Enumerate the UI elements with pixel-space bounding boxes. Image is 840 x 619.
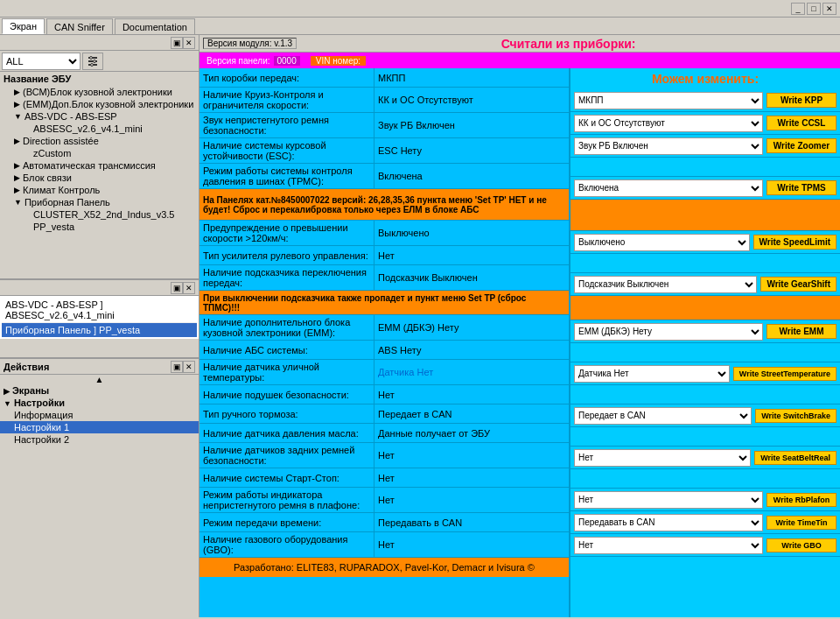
btn-tpms[interactable]: Write TPMS: [766, 180, 836, 195]
dropdown-ccsl[interactable]: КК и ОС Отсутствуют: [574, 115, 763, 132]
label-street-temp: Наличие датчика уличной температуры:: [200, 360, 374, 384]
vin-label: VIN номер:: [311, 56, 366, 66]
write-row-speedlimit: Выключено Write SpeedLimit: [570, 231, 840, 254]
value-gearshift: Подсказчик Выключен: [374, 265, 569, 290]
label-emm-block: Наличие дополнительного блока кузовной э…: [200, 315, 374, 340]
btn-rbplafon[interactable]: Write RbPlafon: [766, 493, 836, 507]
actions-item-info[interactable]: Информация: [0, 409, 199, 421]
write-row-switchbrake: Передает в CAN Write SwitchBrake: [570, 404, 840, 427]
row-belt-light: Режим работы индикатора непристегнутого …: [200, 488, 569, 513]
module-version: Версия модуля: v.1.3: [203, 38, 297, 49]
dropdown-seatbeltreal[interactable]: Нет: [574, 449, 751, 467]
tree-item-bcm[interactable]: ▶ (ВСМ)Блок кузовной электроники: [0, 86, 199, 98]
actions-section-screens: ▶Экраны: [0, 384, 199, 397]
panel-close-btn2[interactable]: ✕: [183, 282, 195, 294]
row-street-temp: Наличие датчика уличной температуры: Дат…: [200, 360, 569, 385]
label-esc: Наличие системы курсовой устойчивости (E…: [200, 138, 374, 163]
dropdown-emm[interactable]: ЕММ (ДБКЭ) Нету: [574, 323, 763, 341]
close-button[interactable]: ✕: [822, 3, 836, 15]
btn-gbo[interactable]: Write GBO: [766, 538, 836, 552]
tab-can-sniffer[interactable]: CAN Sniffer: [46, 18, 113, 34]
row-gearshift: Наличие подсказчика переключения передач…: [200, 265, 569, 291]
tree-item-panel[interactable]: ▼ Приборная Панель: [0, 196, 199, 208]
module-title: Считали из приборки:: [300, 37, 836, 51]
btn-gearshift[interactable]: Write GearShift: [760, 277, 836, 292]
label-abs: Наличие АБС системы:: [200, 341, 374, 359]
dropdown-gearshift[interactable]: Подсказчик Выключен: [574, 276, 757, 293]
row-gear-type: Тип коробки передач: МКПП: [200, 68, 569, 88]
write-panel: Можем изменить: МКПП Write KPP КК и ОС О…: [569, 68, 840, 617]
dropdown-switchbrake[interactable]: Передает в CAN: [574, 407, 752, 425]
minimize-button[interactable]: _: [791, 3, 805, 15]
tree-item-auto-trans[interactable]: ▶ Автоматическая трансмиссия: [0, 159, 199, 172]
tree-item-abs-vdc[interactable]: ▼ ABS-VDC - ABS-ESP: [0, 110, 199, 123]
write-row-gbo: Нет Write GBO: [570, 534, 840, 557]
svg-point-3: [90, 56, 93, 59]
label-seatbelt-sound: Звук непристегнутого ремня безопасности:: [200, 113, 374, 137]
tab-documentation[interactable]: Documentation: [115, 18, 195, 34]
row-warning1: На Панелях кат.№8450007022 версий: 26,28…: [200, 189, 569, 221]
scroll-up[interactable]: ▲: [0, 375, 199, 384]
filter-settings-button[interactable]: [82, 53, 103, 70]
ecu-filter-dropdown[interactable]: ALL: [2, 53, 80, 70]
value-seatbelt-sound: Звук РБ Включен: [374, 113, 569, 137]
row-esc: Наличие системы курсовой устойчивости (E…: [200, 138, 569, 164]
btn-emm[interactable]: Write EMM: [766, 324, 836, 339]
label-gbo: Наличие газового оборудования (GBO):: [200, 532, 374, 557]
tree-item-zcustom[interactable]: ▶ zCustom: [0, 147, 199, 159]
value-emm-block: ЕММ (ДБКЭ) Нету: [374, 315, 569, 340]
breadcrumb-item-2[interactable]: Приборная Панель ] PP_vesta: [2, 323, 197, 337]
tree-item-cluster[interactable]: ▶ CLUSTER_X52_2nd_Indus_v3.5: [0, 208, 199, 221]
write-row-esc: [570, 158, 840, 177]
tab-screen[interactable]: Экран: [2, 18, 45, 34]
panel-close-btn[interactable]: ✕: [183, 37, 195, 49]
value-esc: ESC Нету: [374, 138, 569, 163]
row-oil-pressure: Наличие датчика давления масла: Данные п…: [200, 424, 569, 443]
dropdown-timein[interactable]: Передавать в CAN: [574, 514, 763, 531]
tree-item-blok-svyaz[interactable]: ▶ Блок связи: [0, 172, 199, 184]
dropdown-tpms[interactable]: Включена: [574, 179, 763, 197]
dropdown-rbplafon[interactable]: Нет: [574, 491, 763, 509]
write-row-ccsl: КК и ОС Отсутствуют Write CCSL: [570, 112, 840, 135]
dropdown-kpp[interactable]: МКПП: [574, 92, 763, 109]
row-tpms: Режим работы системы контроля давления в…: [200, 164, 569, 189]
btn-street-temp[interactable]: Write StreetTemperature: [733, 367, 836, 381]
tree-item-pp-vesta[interactable]: ▶ PP_vesta: [0, 221, 199, 233]
write-row-timein: Передавать в CAN Write TimeTin: [570, 511, 840, 534]
panel-restore-btn3[interactable]: ▣: [171, 361, 183, 373]
value-cruise: КК и ОС Отсутствуют: [374, 88, 569, 112]
tree-item-emm[interactable]: ▶ (EMM)Доп.Блок кузовной электроники: [0, 98, 199, 110]
btn-seatbeltreal[interactable]: Write SeatBeltReal: [754, 451, 836, 465]
panel-close-btn3[interactable]: ✕: [183, 361, 195, 373]
tree-item-absesc[interactable]: ▶ ABSESC_v2.6_v4.1_mini: [0, 123, 199, 135]
write-row-street-temp: Датчика Нет Write StreetTemperature: [570, 362, 840, 385]
write-row-abs: [570, 343, 840, 362]
label-gear-type: Тип коробки передач:: [200, 68, 374, 87]
dropdown-zoomer[interactable]: Звук РБ Включен: [574, 137, 763, 155]
maximize-button[interactable]: □: [807, 3, 821, 15]
dropdown-speedlimit[interactable]: Выключено: [574, 234, 750, 251]
panel-restore-btn[interactable]: ▣: [171, 37, 183, 49]
write-row-warning2: [570, 296, 840, 320]
tree-item-klimat[interactable]: ▶ Климат Контроль: [0, 184, 199, 196]
write-row-kpp: МКПП Write KPP: [570, 89, 840, 112]
value-oil-pressure: Данные получает от ЭБУ: [374, 424, 569, 442]
dropdown-street-temp[interactable]: Датчика Нет: [574, 365, 730, 383]
write-row-steering: [570, 254, 840, 273]
btn-speedlimit[interactable]: Write SpeedLimit: [753, 235, 837, 250]
dropdown-gbo[interactable]: Нет: [574, 537, 763, 554]
btn-kpp[interactable]: Write KPP: [766, 93, 836, 108]
actions-item-settings1[interactable]: Настройки 1: [0, 421, 199, 433]
write-row-zoomer: Звук РБ Включен Write Zoomer: [570, 135, 840, 158]
btn-timein[interactable]: Write TimeTin: [766, 516, 836, 530]
btn-zoomer[interactable]: Write Zoomer: [766, 138, 836, 153]
write-row-rbplafon: Нет Write RbPlafon: [570, 489, 840, 511]
actions-item-settings2[interactable]: Настройки 2: [0, 433, 199, 446]
tree-item-dir-assist[interactable]: ▶ Direction assistée: [0, 135, 199, 147]
row-handbrake: Тип ручного тормоза: Передает в CAN: [200, 404, 569, 424]
breadcrumb-item-1[interactable]: ABS-VDC - ABS-ESP ] ABSESC_v2.6_v4.1_min…: [2, 298, 197, 323]
btn-switchbrake[interactable]: Write SwitchBrake: [755, 409, 836, 423]
panel-restore-btn2[interactable]: ▣: [171, 282, 183, 294]
label-start-stop: Наличие системы Старт-Стоп:: [200, 468, 374, 487]
btn-ccsl[interactable]: Write CCSL: [766, 116, 836, 130]
